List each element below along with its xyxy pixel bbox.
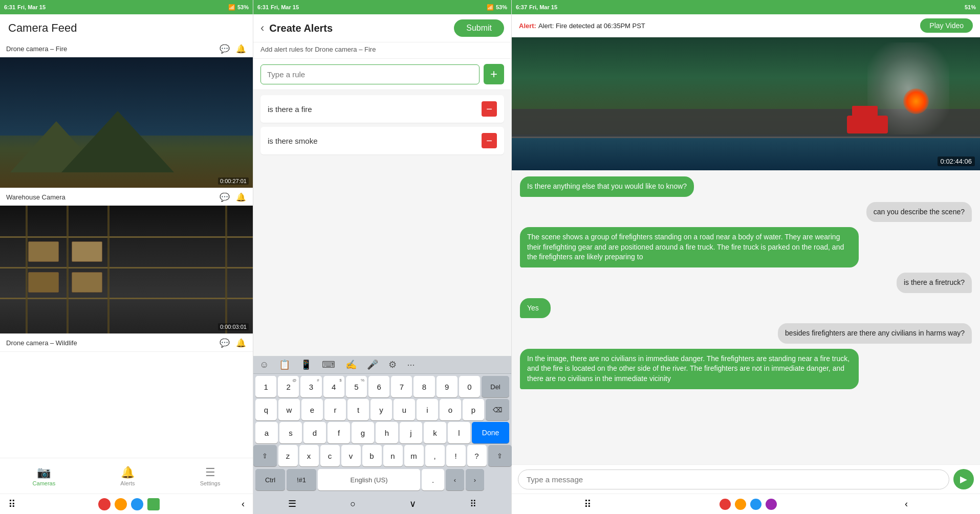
bell-icon-fire[interactable]: 🔔 — [235, 43, 247, 54]
key-6[interactable]: 6 — [368, 376, 389, 397]
battery-2: 53% — [496, 4, 507, 10]
clipboard-icon[interactable]: 📋 — [279, 359, 290, 370]
key-u[interactable]: u — [394, 399, 415, 420]
chat-input[interactable] — [518, 470, 949, 489]
key-f[interactable]: f — [328, 422, 350, 443]
rule-input[interactable] — [260, 64, 480, 84]
apps-icon-1[interactable]: ⠿ — [8, 498, 16, 510]
mic-icon[interactable]: 🎤 — [367, 359, 378, 370]
key-exclaim[interactable]: ! — [446, 445, 466, 466]
sys-menu-2[interactable]: ☰ — [288, 498, 296, 509]
key-9[interactable]: 9 — [437, 376, 458, 397]
key-comma[interactable]: , — [425, 445, 445, 466]
key-shift[interactable]: ⇧ — [253, 445, 277, 466]
sys-grid-2[interactable]: ⠿ — [470, 498, 476, 509]
key-sym[interactable]: !#1 — [287, 469, 316, 490]
bell-icon-wildlife[interactable]: 🔔 — [235, 337, 247, 348]
nav-alerts[interactable]: 🔔 Alerts — [120, 466, 135, 486]
sys-chevron-2[interactable]: ∨ — [409, 498, 416, 509]
msg-2: The scene shows a group of firefighters … — [520, 227, 859, 267]
key-question[interactable]: ? — [467, 445, 487, 466]
key-h[interactable]: h — [376, 422, 398, 443]
video-thumb-fire[interactable]: ▶ 0:00:27:01 — [0, 57, 253, 188]
key-shift-right[interactable]: ⇧ — [488, 445, 512, 466]
key-backspace[interactable]: ⌫ — [486, 399, 509, 420]
send-button[interactable]: ▶ — [953, 469, 974, 489]
more-icon[interactable]: ··· — [407, 360, 415, 370]
key-s[interactable]: s — [279, 422, 302, 443]
key-j[interactable]: j — [400, 422, 422, 443]
play-video-button[interactable]: Play Video — [920, 18, 973, 33]
key-done[interactable]: Done — [472, 422, 509, 443]
key-5[interactable]: 5% — [346, 376, 367, 397]
key-4[interactable]: 4$ — [323, 376, 344, 397]
sys-apps-3[interactable]: ⠿ — [584, 498, 592, 510]
key-d[interactable]: d — [303, 422, 326, 443]
key-q[interactable]: q — [255, 399, 277, 420]
phone-icon[interactable]: 📱 — [300, 359, 312, 370]
sys-back-3[interactable]: ‹ — [905, 499, 908, 509]
msg-6: In the image, there are no civilians in … — [520, 349, 859, 389]
nav-cameras[interactable]: 📷 Cameras — [33, 466, 56, 486]
key-w[interactable]: w — [278, 399, 300, 420]
key-a[interactable]: a — [255, 422, 278, 443]
key-ctrl[interactable]: Ctrl — [255, 469, 285, 490]
key-p[interactable]: p — [463, 399, 484, 420]
key-l[interactable]: l — [448, 422, 470, 443]
chat-icon-wildlife[interactable]: 💬 — [219, 337, 230, 348]
chat-icon-fire[interactable]: 💬 — [219, 43, 230, 54]
translate-icon[interactable]: ✍ — [345, 359, 357, 370]
key-space[interactable]: English (US) — [318, 469, 420, 490]
settings-icon-kb[interactable]: ⚙ — [388, 359, 397, 370]
video-preview[interactable]: 0:02:44:06 — [512, 37, 980, 170]
camera-name-warehouse: Warehouse Camera — [6, 193, 66, 201]
key-z[interactable]: z — [278, 445, 298, 466]
key-v[interactable]: v — [341, 445, 361, 466]
back-icon-sys-1[interactable]: ‹ — [242, 499, 245, 509]
alerts-subtitle: Add alert rules for Drone camera – Fire — [253, 42, 511, 59]
key-3[interactable]: 3# — [300, 376, 321, 397]
key-t[interactable]: t — [347, 399, 369, 420]
key-2[interactable]: 2@ — [278, 376, 299, 397]
key-7[interactable]: 7 — [391, 376, 412, 397]
chat-input-bar: ▶ — [512, 464, 980, 494]
key-x[interactable]: x — [299, 445, 319, 466]
key-m[interactable]: m — [404, 445, 424, 466]
nav-alerts-label: Alerts — [120, 480, 135, 486]
rules-list: is there a fire − is there smoke − — [253, 90, 511, 160]
key-1[interactable]: 1 — [255, 376, 276, 397]
sys-circle-2[interactable]: ○ — [350, 499, 356, 509]
video-thumb-warehouse[interactable]: ▶ 0:00:03:01 — [0, 206, 253, 333]
key-del[interactable]: Del — [482, 376, 509, 397]
key-y[interactable]: y — [371, 399, 392, 420]
signal-icon-2: 📶 — [487, 4, 494, 11]
keyboard-icon[interactable]: ⌨ — [322, 359, 335, 370]
key-o[interactable]: o — [440, 399, 461, 420]
msg-5: besides firefighters are there any civil… — [778, 323, 972, 344]
key-i[interactable]: i — [417, 399, 438, 420]
key-left[interactable]: ‹ — [446, 469, 464, 490]
emoji-icon[interactable]: ☺ — [259, 360, 269, 370]
nav-settings[interactable]: ☰ Settings — [200, 466, 221, 486]
key-b[interactable]: b — [362, 445, 382, 466]
key-e[interactable]: e — [301, 399, 323, 420]
bell-icon-warehouse[interactable]: 🔔 — [235, 191, 247, 203]
key-k[interactable]: k — [424, 422, 446, 443]
remove-rule-0[interactable]: − — [482, 101, 497, 117]
key-r[interactable]: r — [324, 399, 346, 420]
panel-camera: 6:31 Fri, Mar 15 📶 53% Camera Feed Drone… — [0, 0, 253, 514]
add-rule-button[interactable]: + — [484, 64, 504, 84]
key-period[interactable]: . — [422, 469, 444, 490]
alert-bar: Alert: Alert: Fire detected at 06:35PM P… — [512, 14, 980, 37]
key-g[interactable]: g — [352, 422, 374, 443]
chat-icon-warehouse[interactable]: 💬 — [219, 191, 230, 203]
key-right[interactable]: › — [466, 469, 484, 490]
remove-rule-1[interactable]: − — [482, 133, 497, 148]
bottom-nav-1: 📷 Cameras 🔔 Alerts ☰ Settings — [0, 458, 253, 494]
back-button[interactable]: ‹ — [260, 21, 264, 35]
key-c[interactable]: c — [320, 445, 340, 466]
submit-button[interactable]: Submit — [454, 19, 504, 37]
key-n[interactable]: n — [383, 445, 403, 466]
key-8[interactable]: 8 — [413, 376, 434, 397]
key-0[interactable]: 0 — [459, 376, 480, 397]
